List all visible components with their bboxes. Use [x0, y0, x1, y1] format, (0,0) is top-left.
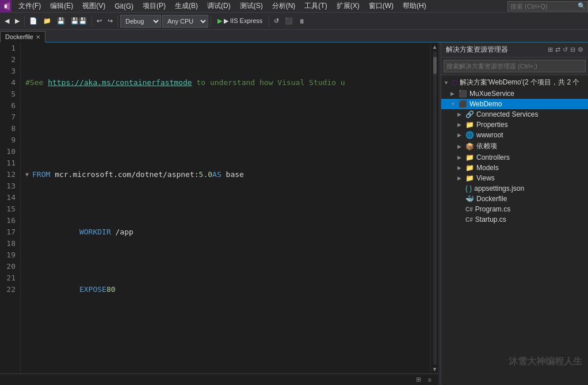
webdemo-icon: ⬛ — [459, 100, 467, 108]
code-line-5: EXPOSE 80 — [25, 284, 426, 307]
webdemo-label: WebDemo — [469, 100, 502, 108]
toolbar-redo-btn[interactable]: ↪ — [105, 16, 115, 26]
muxue-icon: ⬛ — [459, 90, 467, 98]
tree-item-controllers[interactable]: ▶ 📁 Controllers — [441, 152, 588, 163]
solution-explorer-search[interactable] — [444, 60, 586, 72]
editor-content[interactable]: 1 2 3 4 5 6 7 8 9 10 11 12 13 14 15 16 1… — [0, 43, 438, 374]
dockerfile-icon: 🐳 — [465, 195, 474, 203]
toolbar-pause-btn[interactable]: ⏸ — [296, 17, 307, 26]
expand-all-btn[interactable]: ⊞ — [414, 375, 423, 384]
expand-icon-dockerfile — [457, 196, 464, 202]
views-folder-icon: 📁 — [465, 174, 474, 182]
toolbar-undo-btn[interactable]: ↩ — [94, 16, 104, 26]
solution-explorer-panel: 解决方案资源管理器 ⊞ ⇄ ↺ ⊟ ⚙ ▼ ⬡ 解决方案'WebDemo'(2 … — [441, 43, 588, 385]
expand-icon-appsettings — [457, 186, 464, 191]
tree-item-appsettings[interactable]: { } appsettings.json — [441, 183, 588, 194]
menu-build[interactable]: 生成(B) — [170, 0, 203, 12]
menu-debug[interactable]: 调试(D) — [203, 0, 235, 12]
tree-item-program[interactable]: C# Program.cs — [441, 204, 588, 214]
toolbar-open-btn[interactable]: 📁 — [41, 16, 54, 26]
menu-git[interactable]: Git(G) — [110, 1, 138, 11]
scrollbar-thumb[interactable] — [433, 57, 437, 74]
run-iisexpress-btn[interactable]: ▶ ▶ IIS Express — [213, 16, 266, 26]
expand-icon-webdemo: ▼ — [450, 101, 457, 107]
expand-icon-startup — [457, 217, 464, 222]
tree-item-startup[interactable]: C# Startup.cs — [441, 214, 588, 225]
se-refresh-btn[interactable]: ↺ — [563, 46, 568, 53]
menu-tools[interactable]: 工具(T) — [300, 0, 331, 12]
scroll-up-btn[interactable]: ▲ — [432, 44, 438, 50]
solution-explorer-title: 解决方案资源管理器 — [446, 45, 508, 55]
tree-item-wwwroot[interactable]: ▶ 🌐 wwwroot — [441, 130, 588, 140]
toolbar: ◀ ▶ 📄 📁 💾 💾💾 ↩ ↪ Debug Release Any CPU x… — [0, 13, 588, 30]
scroll-down-btn[interactable]: ▼ — [432, 366, 438, 372]
menu-help[interactable]: 帮助(H) — [398, 0, 431, 12]
tree-item-webdemo[interactable]: ▼ ⬛ WebDemo — [441, 99, 588, 109]
menu-edit[interactable]: 编辑(E) — [45, 0, 78, 12]
startup-label: Startup.cs — [475, 215, 506, 224]
toolbar-forward-btn[interactable]: ▶ — [13, 16, 22, 26]
toolbar-save-btn[interactable]: 💾 — [55, 16, 67, 26]
controllers-label: Controllers — [476, 153, 510, 161]
models-folder-icon: 📁 — [465, 164, 474, 172]
code-line-1: #See https://aka.ms/containerfastmode to… — [25, 77, 426, 88]
muxue-label: MuXueService — [469, 90, 514, 98]
tree-item-connected[interactable]: ▶ 🔗 Connected Services — [441, 109, 588, 120]
connected-label: Connected Services — [476, 110, 538, 118]
connected-icon: 🔗 — [465, 110, 474, 118]
run-label: ▶ IIS Express — [224, 17, 262, 25]
format-doc-btn[interactable]: ≡ — [426, 376, 434, 384]
se-collapse-all-btn[interactable]: ⊟ — [570, 46, 575, 53]
debug-config-select[interactable]: Debug Release — [120, 15, 161, 28]
program-label: Program.cs — [475, 205, 510, 213]
expand-icon-muxue: ▶ — [450, 91, 457, 97]
wwwroot-label: wwwroot — [476, 131, 503, 139]
menu-test[interactable]: 测试(S) — [235, 0, 268, 12]
tree-item-muxue[interactable]: ▶ ⬛ MuXueService — [441, 88, 588, 99]
toolbar-new-btn[interactable]: 📄 — [27, 16, 40, 26]
tree-item-dockerfile[interactable]: 🐳 Dockerfile — [441, 194, 588, 204]
collapse-icon-3[interactable]: ▼ — [25, 169, 32, 180]
toolbar-stop-btn[interactable]: ⬛ — [282, 16, 295, 26]
menu-file[interactable]: 文件(F) — [14, 0, 45, 12]
startup-cs-icon: C# — [465, 217, 473, 223]
platform-select[interactable]: Any CPU x64 x86 — [162, 15, 208, 28]
se-toggle-details-btn[interactable]: ⊞ — [548, 46, 553, 53]
menu-extensions[interactable]: 扩展(X) — [332, 0, 364, 12]
tree-item-views[interactable]: ▶ 📁 Views — [441, 173, 588, 183]
properties-label: Properties — [476, 121, 508, 129]
expand-icon-properties: ▶ — [457, 122, 464, 128]
toolbar-refresh-btn[interactable]: ↺ — [272, 16, 281, 26]
expand-icon-connected: ▶ — [457, 111, 464, 117]
editor-bottom-toolbar: ⊞ ≡ — [0, 374, 438, 385]
tab-dockerfile[interactable]: Dockerfile ✕ — [0, 31, 45, 43]
menu-window[interactable]: 窗口(W) — [364, 0, 398, 12]
code-content: #See https://aka.ms/containerfastmode to… — [21, 43, 430, 374]
solution-explorer-header: 解决方案资源管理器 ⊞ ⇄ ↺ ⊟ ⚙ — [441, 43, 588, 57]
tree-item-models[interactable]: ▶ 📁 Models — [441, 163, 588, 173]
toolbar-save-all-btn[interactable]: 💾💾 — [68, 16, 89, 26]
se-settings-btn[interactable]: ⚙ — [578, 46, 583, 53]
line-numbers: 1 2 3 4 5 6 7 8 9 10 11 12 13 14 15 16 1… — [0, 43, 21, 374]
toolbar-back-btn[interactable]: ◀ — [2, 16, 12, 26]
appsettings-icon: { } — [465, 184, 472, 192]
solution-label: 解决方案'WebDemo'(2 个项目，共 2 个 — [460, 78, 579, 87]
tree-item-deps[interactable]: ▶ 📦 依赖项 — [441, 140, 588, 152]
link-containerfastmode[interactable]: https://aka.ms/containerfastmode — [48, 77, 192, 88]
play-icon: ▶ — [217, 17, 222, 25]
appsettings-label: appsettings.json — [474, 184, 524, 192]
tree-item-properties[interactable]: ▶ 📁 Properties — [441, 120, 588, 130]
tab-dockerfile-close[interactable]: ✕ — [36, 34, 40, 40]
tree-item-solution[interactable]: ▼ ⬡ 解决方案'WebDemo'(2 个项目，共 2 个 — [441, 76, 588, 88]
expand-icon-solution: ▼ — [444, 80, 450, 86]
models-label: Models — [476, 164, 499, 172]
expand-icon-controllers: ▶ — [457, 155, 464, 160]
menu-analyze[interactable]: 分析(N) — [268, 0, 300, 12]
wwwroot-icon: 🌐 — [465, 131, 474, 139]
expand-icon-views: ▶ — [457, 175, 464, 181]
menu-view[interactable]: 视图(V) — [78, 0, 110, 12]
menu-project[interactable]: 项目(P) — [138, 0, 170, 12]
global-search-input[interactable] — [507, 1, 588, 11]
solution-explorer-tree: ▼ ⬡ 解决方案'WebDemo'(2 个项目，共 2 个 ▶ ⬛ MuXueS… — [441, 75, 588, 385]
se-sync-btn[interactable]: ⇄ — [555, 46, 560, 53]
